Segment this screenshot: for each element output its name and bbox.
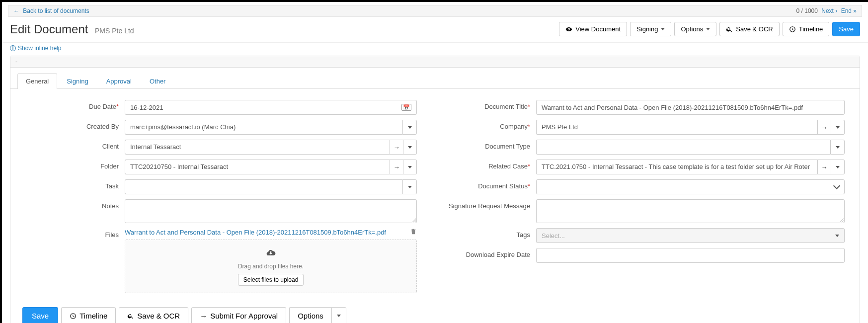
signature-message-textarea[interactable] [536,199,845,223]
due-date-input[interactable]: 16-12-2021 📅 [125,100,417,115]
file-link[interactable]: Warrant to Act and Personal Data - Open … [125,229,386,236]
caret-down-icon [836,126,840,129]
created-by-dropdown-toggle[interactable] [402,120,417,135]
task-input[interactable] [125,179,402,194]
task-dropdown-toggle[interactable] [402,179,417,194]
label-doc-title: Document Title [484,103,528,110]
tab-general[interactable]: General [17,73,57,89]
related-case-input[interactable]: TTC.2021.0750 - Internal Tessaract - Thi… [536,160,817,174]
options-button-bottom[interactable]: Options [289,307,331,323]
label-company: Company [500,123,528,130]
pager-next-link[interactable]: Next › [821,7,837,14]
caret-down-icon [408,166,412,168]
chevron-down-icon [833,182,840,189]
clock-icon [70,313,77,320]
select-files-button[interactable]: Select files to upload [238,274,304,286]
tab-other[interactable]: Other [141,73,174,89]
related-case-dropdown-toggle[interactable] [831,160,845,174]
pager: 0 / 1000 Next › End » [796,7,857,14]
bottom-actions: Save Timeline Save & OCR → Submit For Ap… [10,303,860,323]
caret-down-icon [337,315,341,317]
timeline-button-bottom[interactable]: Timeline [61,307,116,323]
view-document-label: View Document [575,25,621,33]
top-bar: ← Back to list of documents 0 / 1000 Nex… [8,5,862,17]
right-column: Document Title* Company* PMS Pte Ltd Doc… [437,100,845,298]
timeline-label: Timeline [799,25,823,33]
page-header: Edit Document PMS Pte Ltd View Document … [2,22,868,43]
options-button-group: Options [289,307,346,323]
arrow-right-icon [821,124,827,131]
client-goto-button[interactable] [390,140,403,155]
back-to-list-link[interactable]: ← Back to list of documents [13,7,89,14]
folder-goto-button[interactable] [390,160,403,174]
calendar-icon: 📅 [401,104,411,111]
show-inline-help-link[interactable]: i Show inline help [2,43,69,56]
client-dropdown-toggle[interactable] [403,140,417,155]
company-value: PMS Pte Ltd [542,123,578,131]
folder-input[interactable]: TTC20210750 - Internal Tessaract [125,160,390,174]
document-status-select[interactable] [536,179,845,194]
file-dropzone[interactable]: Drag and drop files here. Select files t… [125,240,417,293]
save-ocr-button-bottom[interactable]: Save & OCR [119,307,188,323]
options-dropdown-toggle-bottom[interactable] [331,307,346,323]
document-type-input[interactable] [536,140,830,155]
save-ocr-label-bottom: Save & OCR [137,312,180,320]
tab-approval[interactable]: Approval [98,73,140,89]
back-link-label: Back to list of documents [23,7,89,14]
timeline-label-bottom: Timeline [79,312,107,320]
label-tags: Tags [437,228,536,239]
search-icon [726,26,733,33]
caret-down-icon [836,146,840,149]
caret-down-icon [661,28,665,30]
panel-header: - [10,56,860,68]
related-case-goto-button[interactable] [817,160,831,174]
form-body: Due Date* 16-12-2021 📅 Created By marc+p… [10,89,860,303]
options-dropdown-button[interactable]: Options [674,22,716,36]
company-dropdown-toggle[interactable] [831,120,845,135]
submit-for-approval-button[interactable]: → Submit For Approval [191,307,286,323]
arrow-left-icon: ← [13,7,19,14]
tabs: General Signing Approval Other [10,68,860,89]
pager-count: 0 / 1000 [796,7,818,14]
created-by-input[interactable]: marc+pms@tessaract.io (Marc Chia) [125,120,402,135]
tags-select[interactable]: Select... [536,228,845,243]
header-actions: View Document Signing Options Save & OCR… [559,22,860,36]
folder-dropdown-toggle[interactable] [403,160,417,174]
client-input[interactable]: Internal Tessaract [125,140,390,155]
document-title-input[interactable] [536,100,845,115]
due-date-value: 16-12-2021 [130,104,163,111]
label-created-by: Created By [25,120,125,130]
notes-textarea[interactable] [125,199,417,223]
folder-value: TTC20210750 - Internal Tessaract [130,163,228,170]
trash-icon[interactable] [410,228,417,237]
label-notes: Notes [25,199,125,210]
cloud-download-icon [132,247,409,261]
save-button[interactable]: Save [832,22,860,36]
help-label: Show inline help [18,45,61,52]
document-type-dropdown-toggle[interactable] [830,140,845,155]
save-label: Save [839,25,854,33]
created-by-value: marc+pms@tessaract.io (Marc Chia) [130,123,236,131]
tab-signing[interactable]: Signing [58,73,96,89]
signing-label: Signing [636,25,658,33]
save-button-bottom[interactable]: Save [22,307,58,323]
arrow-right-icon [821,163,827,171]
timeline-button[interactable]: Timeline [783,22,830,36]
label-doc-type: Document Type [437,140,536,150]
caret-down-icon [408,126,412,129]
pager-end-link[interactable]: End » [841,7,857,14]
view-document-button[interactable]: View Document [559,22,627,36]
signing-dropdown-button[interactable]: Signing [630,22,671,36]
label-client: Client [25,140,125,150]
submit-approval-label: Submit For Approval [210,312,278,320]
save-ocr-button[interactable]: Save & OCR [719,22,779,36]
caret-down-icon [835,235,839,237]
clock-icon [789,26,796,33]
options-label: Options [681,25,703,33]
search-icon [127,313,134,320]
label-related-case: Related Case [488,162,528,170]
download-expire-input[interactable] [536,248,845,263]
left-column: Due Date* 16-12-2021 📅 Created By marc+p… [25,100,417,298]
company-input[interactable]: PMS Pte Ltd [536,120,817,135]
company-goto-button[interactable] [817,120,831,135]
